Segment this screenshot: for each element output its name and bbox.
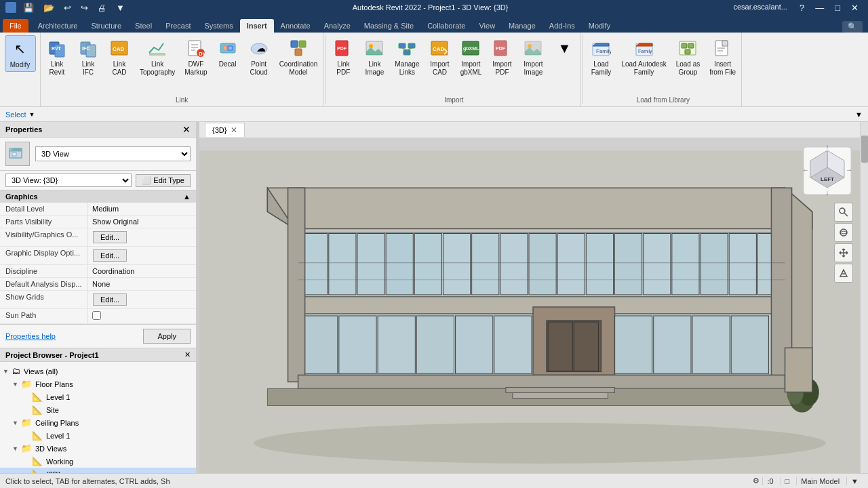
prop-value-detail-level[interactable]: Medium <box>88 203 196 215</box>
link-revit-button[interactable]: RVT LinkRevit <box>42 35 72 79</box>
status-icon1[interactable]: ⚙ <box>753 476 760 485</box>
browser-tree[interactable]: ▼ 🗂 Views (all) ▼ 📁 Floor Plans ▶ 📐 Leve… <box>0 362 196 473</box>
orbit-tool[interactable] <box>834 223 853 242</box>
import-cad-label: ImportCAD <box>430 60 449 77</box>
tree-item-floor-plans[interactable]: ▼ 📁 Floor Plans <box>0 378 196 390</box>
tree-item-ceiling-plans[interactable]: ▼ 📁 Ceiling Plans <box>0 416 196 429</box>
tab-annotate[interactable]: Annotate <box>274 19 317 33</box>
quick-redo[interactable]: ↪ <box>78 2 91 14</box>
dwf-markup-button[interactable]: DW DWFMarkup <box>180 35 211 79</box>
tab-modify[interactable]: Modify <box>582 19 617 33</box>
ribbon-search[interactable]: 🔍 <box>842 21 863 33</box>
import-gbxml-button[interactable]: gbXML ImportgbXML <box>456 35 486 79</box>
qat-dropdown[interactable]: ▼ <box>113 2 127 14</box>
properties-help-link[interactable]: Properties help <box>5 332 56 340</box>
model-label[interactable]: Main Model <box>796 477 844 485</box>
properties-close-button[interactable]: ✕ <box>182 124 191 135</box>
load-family-button[interactable]: Family LoadFamily <box>586 35 616 79</box>
tree-item-level1-cp[interactable]: ▶ 📐 Level 1 <box>0 429 196 442</box>
link-image-button[interactable]: LinkImage <box>359 35 389 79</box>
v-scroll-thumb[interactable] <box>861 136 868 163</box>
tab-manage[interactable]: Manage <box>502 19 542 33</box>
minimize-btn[interactable]: — <box>811 3 828 13</box>
tree-item-site[interactable]: ▶ 📐 Site <box>0 403 196 416</box>
tab-precast[interactable]: Precast <box>159 19 197 33</box>
select-label[interactable]: Select <box>5 110 26 119</box>
tab-architecture[interactable]: Architecture <box>31 19 85 33</box>
viewport-canvas[interactable]: LEFT ↑ → ↓ ← <box>199 138 860 473</box>
view-name-select[interactable]: 3D View: {3D} <box>5 174 132 187</box>
svg-marker-117 <box>840 270 847 277</box>
link-topography-button[interactable]: LinkTopography <box>136 35 179 79</box>
tree-item-3d-views[interactable]: ▼ 📁 3D Views <box>0 442 196 455</box>
link-image-label: LinkImage <box>365 60 384 77</box>
import-more-button[interactable]: ▼ <box>549 35 579 62</box>
point-cloud-icon: ☁ <box>248 37 270 59</box>
quick-open[interactable]: 📂 <box>41 2 57 14</box>
modify-button[interactable]: ↖ Modify <box>5 35 36 72</box>
edit-type-button[interactable]: ⬜ Edit Type <box>136 174 191 187</box>
browser-close-button[interactable]: ✕ <box>184 350 191 359</box>
visibility-graphics-edit-button[interactable]: Edit... <box>93 231 127 243</box>
link-ifc-button[interactable]: IFC LinkIFC <box>73 35 103 79</box>
import-pdf-label: ImportPDF <box>492 60 511 77</box>
tab-steel[interactable]: Steel <box>128 19 159 33</box>
help-btn[interactable]: ? <box>795 3 808 13</box>
navigation-cube[interactable]: LEFT ↑ → ↓ ← <box>800 144 854 198</box>
tab-file[interactable]: File <box>3 19 28 33</box>
tab-addins[interactable]: Add-Ins <box>542 19 582 33</box>
import-cad-button[interactable]: CAD ImportCAD <box>425 35 454 79</box>
detail-level-indicator[interactable]: □ <box>781 477 794 485</box>
tree-item-views-all[interactable]: ▼ 🗂 Views (all) <box>0 365 196 378</box>
manage-links-button[interactable]: ManageLinks <box>391 35 423 79</box>
tab-view[interactable]: View <box>472 19 502 33</box>
pan-tool[interactable] <box>834 243 853 262</box>
viewport-scrollbar-v[interactable] <box>860 122 868 473</box>
load-autodesk-family-button[interactable]: Family Load AutodeskFamily <box>617 35 670 79</box>
tab-massing[interactable]: Massing & Site <box>357 19 420 33</box>
svg-text:☁: ☁ <box>256 43 266 54</box>
quick-undo[interactable]: ↩ <box>61 2 74 14</box>
options-btn[interactable]: ▼ <box>855 110 863 119</box>
insert-from-file-button[interactable]: Insertfrom File <box>705 35 740 79</box>
quick-save[interactable]: 💾 <box>20 2 37 14</box>
viewport-tab-close[interactable]: ✕ <box>231 125 237 135</box>
load-as-group-button[interactable]: Load asGroup <box>672 35 705 79</box>
sun-path-checkbox[interactable] <box>92 311 101 320</box>
tab-structure[interactable]: Structure <box>84 19 128 33</box>
views-arrow: ▼ <box>3 368 9 375</box>
zoom-tool[interactable] <box>834 203 853 222</box>
decal-button[interactable]: Decal <box>213 35 243 70</box>
link-cad-button[interactable]: CAD LinkCAD <box>104 35 134 79</box>
tab-collaborate[interactable]: Collaborate <box>420 19 472 33</box>
graphic-display-edit-button[interactable]: Edit... <box>93 249 127 262</box>
show-grids-edit-button[interactable]: Edit... <box>93 293 127 306</box>
viewport-tab-3d[interactable]: {3D} ✕ <box>205 123 245 137</box>
tree-item-working[interactable]: ▶ 📐 Working <box>0 455 196 468</box>
close-btn[interactable]: ✕ <box>847 3 863 13</box>
tree-item-level1-fp[interactable]: ▶ 📐 Level 1 <box>0 390 196 403</box>
tab-analyze[interactable]: Analyze <box>317 19 357 33</box>
tree-item-3d[interactable]: ▶ 📐 {3D} <box>0 468 196 473</box>
quick-print[interactable]: 🖨 <box>95 2 109 14</box>
coordination-model-icon <box>288 37 309 59</box>
apply-button[interactable]: Apply <box>143 329 191 344</box>
point-cloud-button[interactable]: ☁ PointCloud <box>244 35 274 79</box>
ribbon-tabs: File Architecture Structure Steel Precas… <box>0 15 868 33</box>
tab-systems[interactable]: Systems <box>197 19 239 33</box>
maximize-btn[interactable]: □ <box>831 3 844 13</box>
type-name-select[interactable]: 3D View <box>35 146 191 161</box>
select-dropdown[interactable]: ▼ <box>29 111 35 118</box>
import-pdf-button[interactable]: PDF ImportPDF <box>487 35 517 79</box>
import-image-button[interactable]: ImportImage <box>518 35 548 79</box>
import-more-icon: ▼ <box>553 37 575 59</box>
coordination-model-button[interactable]: CoordinationModel <box>275 35 322 79</box>
svg-text:→: → <box>846 166 852 174</box>
fly-tool[interactable] <box>834 264 853 283</box>
section-collapse[interactable]: ▲ <box>183 192 191 201</box>
link-pdf-button[interactable]: PDF LinkPDF <box>328 35 358 79</box>
status-filters[interactable]: ▼ <box>846 477 863 485</box>
svg-text:DW: DW <box>199 51 206 57</box>
workset-indicator[interactable]: :0 <box>762 477 777 485</box>
tab-insert[interactable]: Insert <box>240 19 274 33</box>
